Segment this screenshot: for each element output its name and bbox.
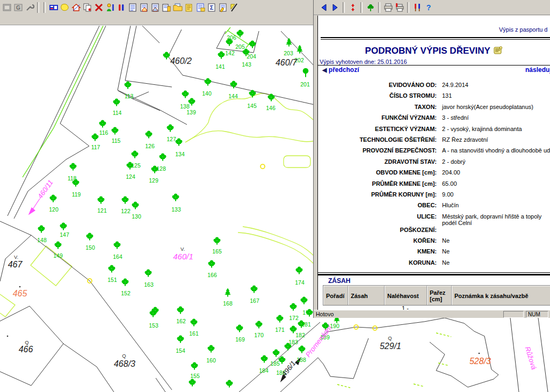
- wrench-icon[interactable]: [24, 2, 35, 13]
- svg-text:129: 129: [149, 177, 158, 184]
- field-row: ČÍSLO STROMU:131: [318, 92, 550, 103]
- field-value: 65.00: [442, 180, 549, 187]
- svg-text:465: 465: [13, 289, 27, 298]
- document-edit-icon[interactable]: [217, 2, 228, 13]
- document-home-icon[interactable]: [138, 2, 149, 13]
- field-row: PRŮMĚR KORUNY [m]:9.00: [318, 191, 550, 202]
- highlight-icon[interactable]: [59, 2, 70, 13]
- svg-text:143: 143: [242, 61, 251, 68]
- svg-text:153: 153: [149, 322, 158, 329]
- next-record-link[interactable]: následují: [525, 66, 550, 74]
- svg-text:205: 205: [235, 43, 245, 50]
- zasah-column-header: Zásah: [348, 286, 385, 305]
- field-row: ZDRAVOTNÍ STAV:2 - dobrý: [318, 158, 550, 169]
- svg-text:166: 166: [207, 272, 217, 278]
- svg-text:160: 160: [206, 357, 216, 364]
- field-value: A - na stanovišti vhodný a dlouhodobě ud…: [442, 147, 549, 154]
- svg-text:173: 173: [302, 309, 312, 316]
- svg-text:154: 154: [176, 347, 185, 354]
- zasah-column-header: Pořadí: [323, 286, 348, 305]
- svg-text:151: 151: [107, 277, 117, 283]
- svg-text:Q: Q: [122, 353, 126, 359]
- page-title: PODROBNÝ VÝPIS DŘEVINY: [365, 46, 490, 56]
- svg-text:139: 139: [186, 109, 196, 115]
- report-type-link[interactable]: Výpis z pasportu d: [499, 26, 548, 33]
- detail-window: ? Výpis z pasportu d PODROBNÝ VÝPIS DŘEV…: [313, 0, 550, 318]
- copy-icon[interactable]: [82, 2, 93, 13]
- folder-icon[interactable]: [172, 2, 183, 13]
- svg-text:114: 114: [113, 110, 122, 116]
- prev-record-link[interactable]: ◀ předchozí: [322, 66, 359, 74]
- next-button[interactable]: [329, 2, 341, 13]
- field-row: ESTETICKÝ VÝZNAM:2 - vysoký, krajinná do…: [318, 126, 550, 136]
- print-export-icon[interactable]: [394, 2, 405, 13]
- field-value: Ne: [442, 237, 549, 244]
- end-icon[interactable]: [228, 2, 240, 13]
- field-value: Ne: [442, 248, 549, 255]
- svg-text:167: 167: [250, 297, 259, 304]
- home-icon[interactable]: [70, 2, 82, 13]
- svg-text:152: 152: [121, 290, 131, 296]
- nav-row: ◀ předchozí následují: [318, 66, 550, 74]
- svg-text:185: 185: [270, 360, 280, 367]
- document-books-icon[interactable]: [161, 2, 172, 13]
- svg-text:G: G: [16, 5, 20, 11]
- prev-button[interactable]: [318, 2, 329, 13]
- svg-text:124: 124: [126, 173, 135, 180]
- field-row: KORUNA:Ne: [318, 259, 550, 270]
- tools-icon[interactable]: [411, 2, 423, 13]
- svg-text:168: 168: [223, 300, 233, 307]
- field-row: EVIDOVÁNO OD:24.9.2014: [318, 82, 550, 92]
- detail-toolbar: ?: [314, 0, 550, 15]
- field-row: ULICE:Městský park, dopravní hřiště a to…: [318, 213, 550, 227]
- field-value: RZ Řez zdravotní: [442, 136, 549, 143]
- legend-icon[interactable]: [48, 2, 59, 13]
- print-icon[interactable]: [382, 2, 394, 13]
- detail-statusbar: Hotovo NUM: [314, 310, 550, 318]
- delete-icon[interactable]: [93, 2, 104, 13]
- field-value: 9.00: [442, 191, 549, 198]
- svg-text:183: 183: [288, 339, 298, 345]
- grid-icon[interactable]: G: [12, 2, 24, 13]
- gauge-icon[interactable]: [115, 2, 127, 13]
- help-icon[interactable]: ?: [423, 2, 434, 13]
- field-value: Ne: [442, 259, 549, 266]
- divider-zasah-1: [318, 272, 550, 273]
- sum-icon[interactable]: Σ: [206, 2, 217, 13]
- svg-text:460/2: 460/2: [170, 56, 192, 66]
- svg-text:188: 188: [296, 357, 306, 363]
- divider-date: [318, 65, 550, 66]
- window-icon[interactable]: [1, 2, 12, 13]
- svg-text:460/7: 460/7: [276, 58, 298, 67]
- toolbar-separator: [37, 2, 39, 13]
- svg-text:161: 161: [189, 330, 199, 337]
- field-row: KMEN:Ne: [318, 248, 550, 259]
- field-row: PROVOZNÍ BEZPEČNOST:A - na stanovišti vh…: [318, 147, 550, 158]
- field-label: OBVOD KMENE [cm]:: [318, 169, 437, 176]
- documents-icon[interactable]: [183, 2, 194, 13]
- marker-icon[interactable]: [347, 2, 358, 13]
- divider-zasah-2: [318, 274, 550, 275]
- svg-text:163: 163: [144, 281, 154, 288]
- svg-text:133: 133: [171, 206, 181, 213]
- field-row: KOŘEN:Ne: [318, 237, 550, 248]
- field-row: FUNKČNÍ VÝZNAM:3 - střední: [318, 114, 550, 125]
- toolbar-separator: [44, 2, 46, 13]
- tree-icon[interactable]: [365, 2, 376, 13]
- toolbar-separator: [360, 2, 363, 13]
- zasah-column-header: Poznámka k zásahu/vazbě: [452, 286, 550, 305]
- field-row: PRŮMĚR KMENE [cm]:65.00: [318, 180, 550, 191]
- document-icon[interactable]: [127, 2, 138, 13]
- prev-arrow-icon: ◀: [322, 67, 327, 73]
- main-toolbar: GΣ: [1, 1, 240, 14]
- svg-text:170: 170: [254, 332, 264, 338]
- svg-text:204: 204: [247, 53, 256, 60]
- svg-text:119: 119: [72, 191, 81, 198]
- svg-text:467: 467: [8, 260, 23, 269]
- svg-text:150: 150: [85, 244, 95, 251]
- scroll-icon: [493, 46, 503, 56]
- document-home2-icon[interactable]: [149, 2, 161, 13]
- person-icon[interactable]: [104, 2, 115, 13]
- toolbar-separator: [378, 2, 380, 13]
- document-attach-icon[interactable]: [194, 2, 206, 13]
